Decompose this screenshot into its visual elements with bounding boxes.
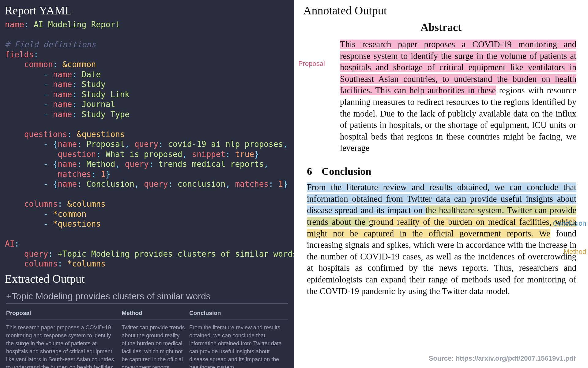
td-method: Twitter can provide trends about the gro… [122,320,189,368]
conclusion-body: From the literature review and results o… [307,182,576,297]
annotation-label-proposal: Proposal [298,60,325,68]
extracted-heading: +Topic Modeling provides clusters of sim… [6,291,288,304]
th-method: Method [122,307,189,320]
th-proposal: Proposal [6,307,122,320]
td-proposal: This research paper proposes a COVID-19 … [6,320,122,368]
th-conclusion: Conclusion [189,307,288,320]
yaml-code-block: name: AI Modeling Report # Field definit… [0,20,294,269]
section-title: Conclusion [322,166,371,177]
abstract-rest: regions with resource planning measures … [340,86,576,153]
annotation-label-conclusion: Conclusion [553,220,586,228]
annotation-label-method: Method [564,248,586,256]
extracted-table: Proposal Method Conclusion This research… [6,307,288,368]
section-heading: 6Conclusion [307,166,579,177]
extracted-output-block: +Topic Modeling provides clusters of sim… [0,291,294,368]
extracted-output-title: Extracted Output [0,271,294,288]
abstract-body: This research paper proposes a COVID-19 … [340,39,576,154]
abstract-heading: Abstract [303,21,579,34]
annotated-output-title: Annotated Output [303,2,579,20]
td-conclusion: From the literature review and results o… [189,320,288,368]
right-panel: Annotated Output Abstract Proposal This … [294,0,588,368]
table-header-row: Proposal Method Conclusion [6,307,288,320]
conclusion-rest: found increasing signals and spikes, whi… [307,229,576,296]
report-yaml-title: Report YAML [0,2,294,20]
section-number: 6 [307,166,322,177]
left-panel: Report YAML name: AI Modeling Report # F… [0,0,294,368]
table-row: This research paper proposes a COVID-19 … [6,320,288,368]
source-citation: Source: https://arxiv.org/pdf/2007.15619… [429,355,576,362]
